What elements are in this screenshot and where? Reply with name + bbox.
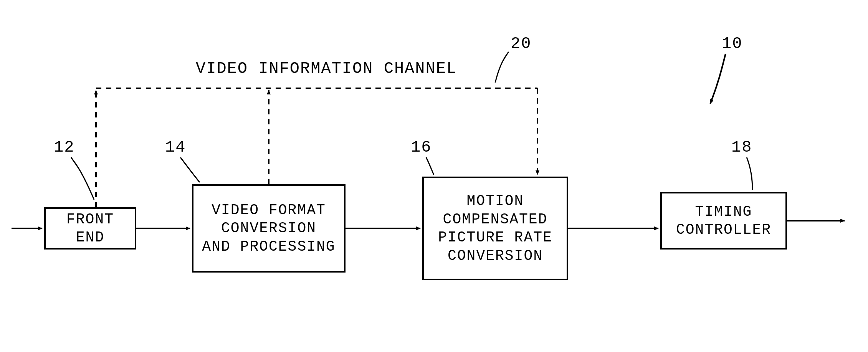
leader-16 [426, 157, 434, 175]
block-mcprc-label: MOTION COMPENSATED PICTURE RATE CONVERSI… [438, 192, 552, 265]
block-vfc-label: VIDEO FORMAT CONVERSION AND PROCESSING [202, 201, 335, 256]
leader-20 [495, 52, 509, 83]
leader-14 [180, 157, 200, 182]
ref-label-16: 16 [411, 138, 432, 157]
ref-label-10: 10 [722, 35, 742, 53]
block-front-end-label: FRONT END [53, 210, 127, 247]
diagram-canvas: FRONT END VIDEO FORMAT CONVERSION AND PR… [0, 0, 868, 352]
channel-label: VIDEO INFORMATION CHANNEL [196, 59, 457, 78]
ref-label-12: 12 [54, 138, 74, 157]
block-video-format-conversion: VIDEO FORMAT CONVERSION AND PROCESSING [192, 184, 346, 273]
ref-label-18: 18 [731, 138, 752, 157]
block-front-end: FRONT END [44, 207, 136, 250]
ref-label-14: 14 [165, 138, 186, 157]
block-timing-controller: TIMING CONTROLLER [660, 192, 787, 250]
block-timing-label: TIMING CONTROLLER [676, 203, 771, 239]
leader-12 [71, 157, 94, 200]
leader-18 [747, 157, 752, 190]
ref-label-20: 20 [511, 35, 531, 53]
leader-10 [710, 54, 726, 104]
block-motion-compensated: MOTION COMPENSATED PICTURE RATE CONVERSI… [422, 177, 568, 280]
